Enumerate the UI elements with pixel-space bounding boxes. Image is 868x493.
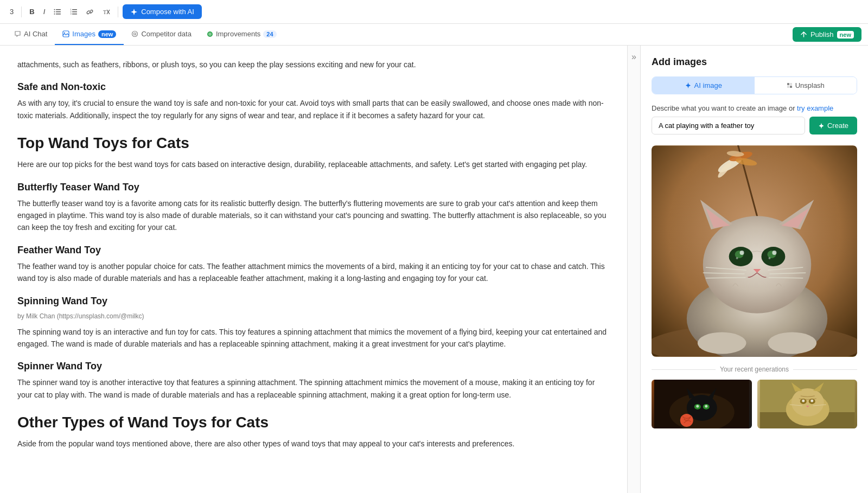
tab-improvements[interactable]: Improvements 24 bbox=[199, 24, 284, 45]
svg-rect-7 bbox=[72, 11, 77, 12]
recent-generations-label: Your recent generations bbox=[652, 366, 857, 373]
recent-thumb-2[interactable] bbox=[757, 380, 858, 428]
panel-collapse-button[interactable]: » bbox=[627, 46, 640, 493]
safe-text: As with any toy, it's crucial to ensure … bbox=[17, 97, 610, 121]
svg-rect-2 bbox=[56, 14, 61, 15]
svg-point-77 bbox=[810, 400, 813, 402]
ordered-list-button[interactable]: 123 bbox=[67, 6, 81, 18]
tab-ai-chat[interactable]: AI Chat bbox=[7, 24, 55, 45]
main-layout: attachments, such as feathers, ribbons, … bbox=[0, 46, 868, 493]
feather-heading: Feather Wand Toy bbox=[17, 245, 610, 256]
svg-point-46 bbox=[740, 251, 744, 255]
svg-line-52 bbox=[706, 278, 746, 278]
svg-point-56 bbox=[698, 332, 746, 354]
create-button[interactable]: Create bbox=[809, 117, 857, 135]
svg-rect-1 bbox=[56, 11, 61, 12]
svg-rect-24 bbox=[790, 86, 792, 88]
svg-rect-8 bbox=[72, 14, 77, 15]
svg-marker-22 bbox=[686, 82, 691, 88]
ai-image-tab-label: AI image bbox=[694, 81, 722, 89]
editor-area[interactable]: attachments, such as feathers, ribbons, … bbox=[0, 46, 627, 493]
other-heading: Other Types of Wand Toys for Cats bbox=[17, 414, 610, 431]
publish-new-badge: new bbox=[837, 31, 854, 39]
panel-title: Add images bbox=[652, 56, 857, 68]
svg-marker-27 bbox=[819, 123, 824, 129]
compose-ai-label: Compose with AI bbox=[141, 8, 194, 16]
top-navigation: AI Chat Images new Competitor data Impro… bbox=[0, 24, 868, 46]
svg-point-19 bbox=[134, 33, 136, 35]
prompt-description: Describe what you want to create an imag… bbox=[652, 104, 857, 112]
improvements-label: Improvements bbox=[216, 30, 260, 38]
competitor-label: Competitor data bbox=[141, 30, 192, 38]
svg-rect-23 bbox=[787, 83, 789, 85]
feather-text: The feather wand toy is another popular … bbox=[17, 260, 610, 285]
italic-button[interactable]: I bbox=[40, 5, 49, 18]
format-clear-button[interactable]: T bbox=[99, 6, 113, 18]
publish-button[interactable]: Publish new bbox=[793, 27, 861, 42]
top-wand-intro: Here are our top picks for the best wand… bbox=[17, 158, 610, 170]
svg-point-21 bbox=[208, 33, 212, 36]
svg-point-17 bbox=[64, 33, 65, 34]
ai-chat-label: AI Chat bbox=[24, 30, 47, 38]
butterfly-text: The butterfly teaser wand toy is a favor… bbox=[17, 197, 610, 234]
svg-point-3 bbox=[54, 9, 55, 10]
unordered-list-button[interactable] bbox=[50, 6, 65, 18]
spinning-heading: Spinning Wand Toy bbox=[17, 296, 610, 307]
prompt-label-text: Describe what you want to create an imag… bbox=[652, 104, 795, 112]
svg-rect-0 bbox=[56, 9, 61, 10]
link-button[interactable] bbox=[83, 6, 97, 18]
editor-intro-text: attachments, such as feathers, ribbons, … bbox=[17, 59, 610, 71]
compose-ai-button[interactable]: Compose with AI bbox=[123, 4, 202, 19]
top-wand-heading: Top Wand Toys for Cats bbox=[17, 135, 610, 152]
toolbar-divider-2 bbox=[118, 7, 118, 17]
svg-point-57 bbox=[768, 332, 816, 354]
svg-text:T: T bbox=[103, 9, 106, 15]
ai-image-tab[interactable]: AI image bbox=[652, 77, 755, 94]
svg-point-49 bbox=[768, 257, 770, 259]
recent-thumb-1[interactable] bbox=[652, 380, 752, 428]
svg-point-71 bbox=[791, 388, 824, 417]
prompt-input[interactable] bbox=[652, 117, 805, 135]
svg-point-76 bbox=[802, 400, 805, 402]
svg-point-18 bbox=[132, 31, 138, 37]
unsplash-tab-label: Unsplash bbox=[795, 81, 825, 89]
svg-line-55 bbox=[768, 278, 803, 278]
improvements-count-badge: 24 bbox=[263, 30, 276, 38]
svg-rect-6 bbox=[72, 9, 77, 10]
toolbar-left: 3 B I 123 T Compose with AI bbox=[7, 4, 202, 19]
prompt-row: Create bbox=[652, 117, 857, 135]
butterfly-heading: Butterfly Teaser Wand Toy bbox=[17, 182, 610, 193]
images-new-badge: new bbox=[98, 30, 116, 38]
font-size-selector[interactable]: 3 bbox=[7, 5, 17, 18]
svg-point-37 bbox=[703, 216, 811, 313]
tab-competitor[interactable]: Competitor data bbox=[124, 24, 199, 45]
generated-image[interactable] bbox=[652, 145, 857, 357]
try-example-link[interactable]: try example bbox=[797, 104, 833, 112]
svg-text:3: 3 bbox=[71, 12, 72, 15]
right-panel: Add images AI image Unsplash Describe wh… bbox=[640, 46, 868, 493]
svg-point-4 bbox=[54, 11, 55, 12]
unsplash-tab[interactable]: Unsplash bbox=[755, 77, 857, 94]
tab-images[interactable]: Images new bbox=[55, 24, 124, 45]
images-label: Images bbox=[72, 30, 95, 38]
collapse-arrow-icon: » bbox=[631, 52, 636, 62]
svg-point-65 bbox=[696, 405, 699, 408]
svg-rect-16 bbox=[63, 31, 69, 37]
svg-rect-25 bbox=[790, 83, 792, 85]
create-label: Create bbox=[827, 121, 848, 130]
svg-point-47 bbox=[772, 251, 776, 255]
spinning-text: The spinning wand toy is an interactive … bbox=[17, 326, 610, 350]
spinner-heading: Spinner Wand Toy bbox=[17, 361, 610, 372]
svg-rect-26 bbox=[787, 86, 789, 88]
svg-point-5 bbox=[54, 13, 55, 14]
publish-label: Publish bbox=[810, 30, 834, 39]
image-source-tabs: AI image Unsplash bbox=[652, 76, 857, 94]
svg-point-66 bbox=[705, 405, 707, 408]
recent-thumbnails bbox=[652, 380, 857, 428]
svg-marker-15 bbox=[131, 9, 137, 15]
spinner-text: The spinner wand toy is another interact… bbox=[17, 376, 610, 401]
bold-button[interactable]: B bbox=[26, 5, 37, 18]
toolbar-divider-1 bbox=[21, 7, 22, 17]
safe-heading: Safe and Non-toxic bbox=[17, 81, 610, 93]
other-text: Aside from the popular wand toys mention… bbox=[17, 438, 610, 450]
